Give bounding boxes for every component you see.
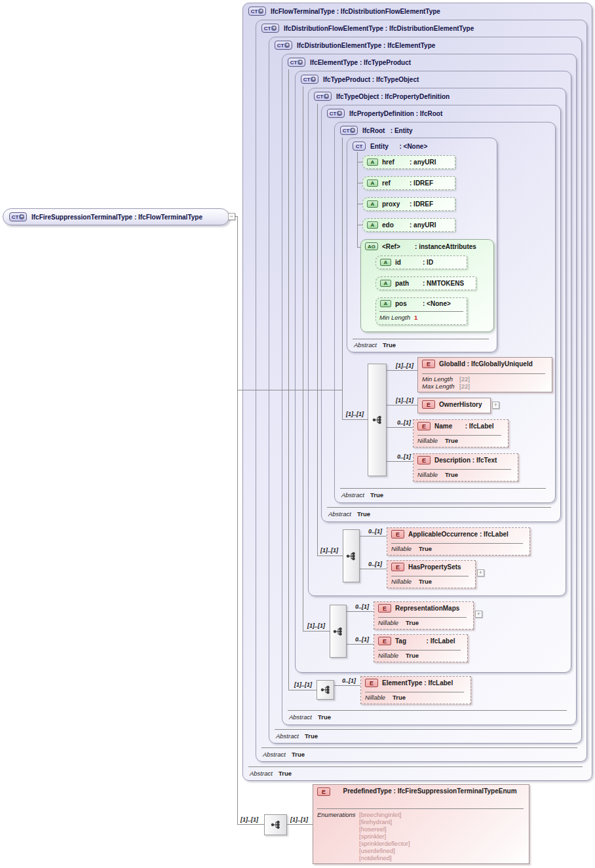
nillable-value: True — [406, 619, 419, 626]
sequence-compositor[interactable] — [264, 814, 287, 835]
attribute-type: : anyURI — [410, 221, 436, 229]
sequence-compositor[interactable] — [368, 364, 387, 476]
abstract-label: Abstract — [289, 713, 318, 721]
element-title: Name : IfcLabel — [434, 423, 494, 430]
expand-button[interactable]: + — [492, 402, 499, 409]
attribute-type: : anyURI — [410, 159, 436, 166]
abstract-value: True — [357, 510, 370, 518]
element-elementtype[interactable]: EElementType : IfcLabel NillableTrue — [360, 676, 471, 704]
cardinality-label: 0..[1] — [397, 419, 411, 426]
connector-line — [347, 611, 374, 612]
attribute-group-title: <Ref> : instanceAttributes — [382, 243, 476, 250]
connector-line — [342, 419, 368, 420]
element-predefinedtype[interactable]: EPredefinedType : IfcFireSuppressionTerm… — [313, 784, 529, 864]
minlength-label: Min Length — [379, 314, 414, 321]
attribute-icon: A — [380, 259, 391, 266]
sequence-compositor[interactable] — [343, 529, 360, 582]
connector-line — [387, 461, 413, 462]
attribute-name: edo — [382, 221, 406, 229]
separator — [327, 507, 551, 508]
element-description[interactable]: EDescription : IfcText NillableTrue — [413, 453, 518, 481]
abstract-value: True — [370, 491, 383, 499]
sequence-compositor[interactable] — [330, 605, 347, 658]
element-icon: E — [422, 400, 435, 409]
element-icon: E — [378, 604, 391, 613]
attribute-icon: A — [380, 280, 391, 287]
abstract-label: Abstract — [341, 491, 370, 499]
plus-icon: + — [311, 77, 316, 82]
element-title: ElementType : IfcLabel — [382, 679, 453, 687]
cardinality-label: 0..[1] — [355, 636, 369, 643]
separator — [275, 729, 572, 730]
type-title: IfcRoot : Entity — [362, 127, 413, 134]
type-title: IfcElementType : IfcTypeProduct — [310, 59, 411, 66]
nillable-label: Nillable — [391, 578, 419, 585]
enumeration-value: [sprinklerdeflector] — [359, 840, 410, 847]
cardinality-label: 0..[1] — [397, 453, 411, 460]
attribute-id[interactable]: Aid: ID — [375, 255, 467, 269]
connector-line — [288, 690, 317, 690]
expand-button[interactable]: + — [475, 611, 482, 618]
enumeration-value: [userdefined] — [359, 847, 410, 854]
element-representationmaps[interactable]: ERepresentationMaps NillableTrue — [374, 601, 474, 630]
connector-line — [317, 556, 343, 556]
element-applicableoccurrence[interactable]: EApplicableOccurrence : IfcLabel Nillabl… — [387, 527, 530, 556]
attribute-edo[interactable]: Aedo: anyURI — [362, 218, 455, 232]
attribute-icon: A — [367, 179, 378, 187]
attribute-ref[interactable]: Aref: IDREF — [362, 176, 455, 190]
plus-icon: + — [337, 111, 342, 116]
element-name[interactable]: EName : IfcLabel NillableTrue — [413, 419, 509, 447]
collapse-button[interactable]: − — [228, 213, 235, 220]
plus-icon: + — [324, 94, 329, 99]
complextype-derived-icon: CT+ — [248, 7, 266, 16]
connector-line — [288, 69, 289, 690]
type-box-ifcfiresuppressionterminaltype[interactable]: CT+IfcFireSuppressionTerminalType : IfcF… — [3, 208, 229, 225]
complextype-derived-icon: CT+ — [288, 58, 305, 67]
abstract-value: True — [383, 341, 396, 349]
sequence-compositor[interactable] — [317, 680, 334, 700]
element-tag[interactable]: ETag : IfcLabel NillableTrue — [374, 634, 468, 662]
element-title: ApplicableOccurrence : IfcLabel — [408, 531, 509, 538]
attribute-name: href — [382, 159, 406, 166]
type-title: Entity : <None> — [370, 143, 427, 150]
abstract-label: Abstract — [328, 510, 357, 518]
separator — [378, 617, 467, 618]
element-ownerhistory[interactable]: EOwnerHistory — [417, 398, 491, 413]
separator — [261, 747, 577, 748]
connector-line — [360, 536, 387, 537]
sequence-icon — [271, 820, 281, 830]
complextype-derived-icon: CT+ — [340, 126, 358, 135]
separator — [391, 543, 523, 544]
minlength-value: 1 — [414, 314, 417, 321]
complextype-derived-icon: CT+ — [327, 109, 345, 118]
attribute-name: pos — [395, 300, 419, 307]
separator — [353, 339, 489, 339]
element-title: Tag : IfcLabel — [395, 637, 455, 645]
attribute-icon: A — [367, 200, 378, 208]
attribute-name: id — [395, 259, 419, 266]
element-globalid[interactable]: EGlobalId : IfcGloballyUniqueId Min Leng… — [417, 357, 552, 392]
nillable-value: True — [419, 545, 432, 552]
connector-line — [357, 204, 362, 204]
connector-line — [357, 225, 362, 225]
maxlength-value: [22] — [459, 383, 470, 390]
maxlength-label: Max Length — [422, 383, 459, 390]
abstract-value: True — [318, 713, 331, 721]
connector-line — [303, 631, 330, 632]
attribute-type: : IDREF — [410, 200, 433, 208]
connector-line — [360, 569, 387, 569]
connector-line — [357, 162, 362, 162]
element-title: GlobalId : IfcGloballyUniqueId — [439, 360, 533, 368]
complextype-derived-icon: CT+ — [301, 75, 318, 84]
separator — [417, 469, 511, 470]
expand-button[interactable]: + — [477, 569, 484, 576]
nillable-label: Nillable — [417, 437, 445, 444]
element-icon: E — [365, 679, 378, 687]
connector-line — [342, 138, 343, 420]
attribute-path[interactable]: Apath: NMTOKENS — [375, 276, 476, 290]
attribute-href[interactable]: Ahref: anyURI — [362, 155, 455, 169]
nillable-label: Nillable — [378, 619, 406, 626]
element-haspropertysets[interactable]: EHasPropertySets NillableTrue — [387, 560, 476, 588]
attribute-proxy[interactable]: Aproxy: IDREF — [362, 197, 455, 211]
nillable-value: True — [419, 578, 432, 585]
